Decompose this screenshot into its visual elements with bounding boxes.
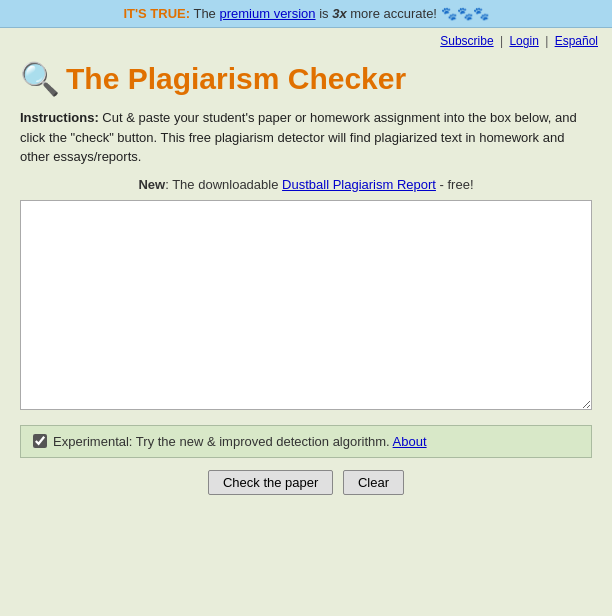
title-row: 🔍 The Plagiarism Checker (20, 52, 592, 108)
premium-link[interactable]: premium version (219, 6, 315, 21)
about-link[interactable]: About (393, 434, 427, 449)
clear-button[interactable]: Clear (343, 470, 404, 495)
banner-text2: is (319, 6, 332, 21)
new-label: New (138, 177, 165, 192)
instructions-text: Instructions: Cut & paste your student's… (20, 108, 592, 167)
magnifier-icon: 🔍 (20, 60, 60, 98)
three-x-label: 3x (332, 6, 346, 21)
experimental-text: Experimental: Try the new & improved det… (53, 434, 393, 449)
new-text2: - free! (436, 177, 474, 192)
check-paper-button[interactable]: Check the paper (208, 470, 333, 495)
new-line: New: The downloadable Dustball Plagiaris… (20, 177, 592, 192)
instructions-bold: Instructions: (20, 110, 99, 125)
experimental-label: Experimental: Try the new & improved det… (53, 434, 427, 449)
paper-textarea[interactable] (20, 200, 592, 410)
sep1: | (500, 34, 503, 48)
its-true-label: IT'S TRUE: (123, 6, 190, 21)
main-content: 🔍 The Plagiarism Checker Instructions: C… (0, 52, 612, 515)
login-link[interactable]: Login (509, 34, 538, 48)
banner-text3: more accurate! 🐾🐾🐾 (350, 6, 488, 21)
top-banner: IT'S TRUE: The premium version is 3x mor… (0, 0, 612, 28)
experimental-box: Experimental: Try the new & improved det… (20, 425, 592, 458)
sep2: | (545, 34, 548, 48)
subscribe-link[interactable]: Subscribe (440, 34, 493, 48)
page-title: The Plagiarism Checker (66, 62, 406, 96)
experimental-checkbox[interactable] (33, 434, 47, 448)
buttons-row: Check the paper Clear (20, 470, 592, 505)
instructions-body: Cut & paste your student's paper or home… (20, 110, 577, 164)
new-text1: : The downloadable (165, 177, 282, 192)
banner-text1: The (193, 6, 219, 21)
dustball-link[interactable]: Dustball Plagiarism Report (282, 177, 436, 192)
nav-links: Subscribe | Login | Español (0, 28, 612, 52)
espanol-link[interactable]: Español (555, 34, 598, 48)
